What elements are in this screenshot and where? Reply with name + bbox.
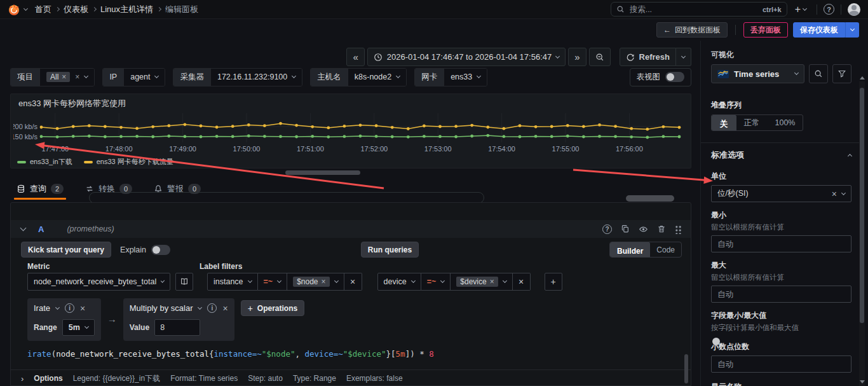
table-view-switch[interactable] <box>665 72 684 82</box>
operation-name[interactable]: Multiply by scalar <box>130 303 193 313</box>
drag-handle[interactable] <box>675 224 682 234</box>
visualization-select[interactable]: Time series <box>711 64 804 83</box>
panel-horizontal-scrollbar-thumb[interactable] <box>285 170 360 175</box>
org-switcher-chevron-icon[interactable] <box>24 6 28 10</box>
value-chip[interactable]: $device× <box>456 277 498 287</box>
breadcrumb-dashboard-name[interactable]: Linux主机详情 <box>100 4 153 15</box>
remove-filter-button[interactable]: × <box>513 273 531 291</box>
label-value-select[interactable]: $device× <box>451 273 512 291</box>
clear-unit-icon[interactable]: × <box>832 190 837 198</box>
decimals-input[interactable] <box>711 355 851 373</box>
panel-options-sidebar: 可视化 Time series 堆叠序列 关 正常 100% 标准选项 <box>700 41 868 386</box>
grafana-logo[interactable] <box>8 3 20 16</box>
operation-info-icon[interactable]: i <box>207 303 217 313</box>
filter-nic-value[interactable]: ens33 <box>444 69 487 86</box>
stack-off-option[interactable]: 关 <box>712 115 736 131</box>
back-to-dashboard-button[interactable]: ← 回到数据面板 <box>656 22 728 38</box>
sidebar-scrollbar-thumb[interactable] <box>860 88 864 323</box>
scalar-value-input[interactable] <box>154 319 200 336</box>
refresh-interval-caret[interactable] <box>676 48 691 66</box>
remove-filter-button[interactable]: × <box>344 273 362 291</box>
clear-all-icon[interactable]: × <box>75 73 79 81</box>
builder-mode-button[interactable]: Builder <box>610 242 650 258</box>
scroll-up-arrow-icon[interactable] <box>860 76 865 79</box>
time-range-picker[interactable]: 2026-01-04 17:46:47 to 2026-01-04 17:56:… <box>367 48 566 66</box>
legend-item[interactable]: ens33_in下载 <box>17 157 72 167</box>
run-queries-button[interactable]: Run queries <box>361 242 419 258</box>
discard-panel-button[interactable]: 丢弃面板 <box>743 22 788 38</box>
filter-ip-value[interactable]: agent <box>123 69 165 86</box>
time-series-viz-icon <box>717 70 729 78</box>
label-name-select[interactable]: device <box>377 273 421 291</box>
selected-chip[interactable]: All× <box>46 72 70 82</box>
remove-value-icon[interactable]: × <box>322 278 326 286</box>
query-row-header[interactable]: A (prometheus) ? <box>11 220 691 238</box>
label-op-select[interactable]: =~ <box>421 273 451 291</box>
user-avatar[interactable] <box>848 3 860 16</box>
time-shift-back-button[interactable]: « <box>346 48 364 66</box>
filter-options-button[interactable] <box>832 64 851 83</box>
collapse-query-chevron-icon[interactable] <box>20 225 27 231</box>
max-desc: 留空以根据所有值计算 <box>711 273 851 282</box>
save-dashboard-button[interactable]: 保存仪表板 <box>793 22 845 38</box>
svg-text:17:51:00: 17:51:00 <box>297 145 324 153</box>
query-options-row[interactable]: › Options Legend: {{device}}_in下载 Format… <box>11 369 691 386</box>
help-button[interactable]: ? <box>824 4 834 15</box>
metrics-browser-button[interactable] <box>175 273 193 291</box>
remove-operation-icon[interactable]: × <box>80 304 85 313</box>
divider <box>735 25 736 35</box>
kick-start-button[interactable]: Kick start your query <box>21 242 111 258</box>
code-mode-button[interactable]: Code <box>650 242 681 257</box>
range-select[interactable]: 5m <box>62 319 95 336</box>
stack-100-option[interactable]: 100% <box>768 115 803 130</box>
remove-value-icon[interactable]: × <box>490 278 494 286</box>
promql-expression: irate(node_network_receive_bytes_total{i… <box>27 349 434 359</box>
label-op-select[interactable]: =~ <box>258 273 288 291</box>
filter-hostname-value[interactable]: k8s-node2 <box>348 69 406 86</box>
max-input[interactable] <box>711 286 851 303</box>
refresh-button[interactable]: Refresh <box>620 48 676 66</box>
query-help-button[interactable]: ? <box>602 224 612 234</box>
label-name-select[interactable]: instance <box>207 273 258 291</box>
query-horizontal-scrollbar-thumb[interactable] <box>626 195 674 202</box>
label-value-select[interactable]: $node× <box>287 273 344 291</box>
stack-normal-option[interactable]: 正常 <box>736 115 768 130</box>
hide-query-button[interactable] <box>639 224 648 234</box>
chevron-down-icon[interactable] <box>198 305 202 309</box>
legend-item[interactable]: ens33 网卡每秒下载流量 <box>84 157 173 167</box>
search-box[interactable]: ctrl+k <box>611 2 787 17</box>
min-input[interactable] <box>711 235 851 252</box>
breadcrumb-dashboards[interactable]: 仪表板 <box>64 4 88 15</box>
add-label-filter-button[interactable]: + <box>545 273 562 291</box>
filter-project-value[interactable]: All× × <box>39 69 94 86</box>
filter-collector-value[interactable]: 172.16.11.232:9100 <box>210 69 302 86</box>
duplicate-query-button[interactable] <box>621 224 630 233</box>
value-chip[interactable]: $node× <box>293 277 329 287</box>
operation-info-icon[interactable]: i <box>65 303 74 313</box>
add-operations-button[interactable]: + Operations <box>241 300 305 316</box>
metric-select[interactable]: node_network_receive_bytes_total <box>27 273 170 291</box>
remove-chip-icon[interactable]: × <box>62 73 66 81</box>
standard-options-header[interactable]: 标准选项 <box>711 149 851 161</box>
expand-options-chevron-icon[interactable]: › <box>21 374 24 383</box>
table-view-label: 表视图 <box>637 72 661 83</box>
query-vertical-scrollbar-thumb[interactable] <box>684 354 688 383</box>
breadcrumb-home[interactable]: 首页 <box>35 4 51 15</box>
search-input[interactable] <box>628 4 759 15</box>
time-shift-forward-button[interactable]: » <box>568 48 586 66</box>
remove-operation-icon[interactable]: × <box>222 304 227 313</box>
operation-name[interactable]: Irate <box>34 303 50 313</box>
chevron-down-icon[interactable] <box>55 305 60 309</box>
add-menu-button[interactable]: + <box>791 4 810 15</box>
zoom-out-button[interactable] <box>589 48 611 66</box>
scroll-down-arrow-icon[interactable] <box>860 380 865 383</box>
chevron-right-icon <box>55 7 60 11</box>
explain-switch[interactable] <box>151 245 170 255</box>
tab-query[interactable]: 查询 2 <box>17 183 64 198</box>
save-options-caret[interactable] <box>845 22 859 38</box>
unit-select[interactable]: 位/秒(SI) × <box>711 185 851 202</box>
search-options-button[interactable] <box>809 64 828 83</box>
time-series-panel[interactable]: ens33 网卡每秒网络带宽使用 17:47:0017:48:0017:49:0… <box>10 93 691 169</box>
delete-query-button[interactable] <box>657 224 666 233</box>
decimals-label: 小数点位数 <box>711 341 851 352</box>
